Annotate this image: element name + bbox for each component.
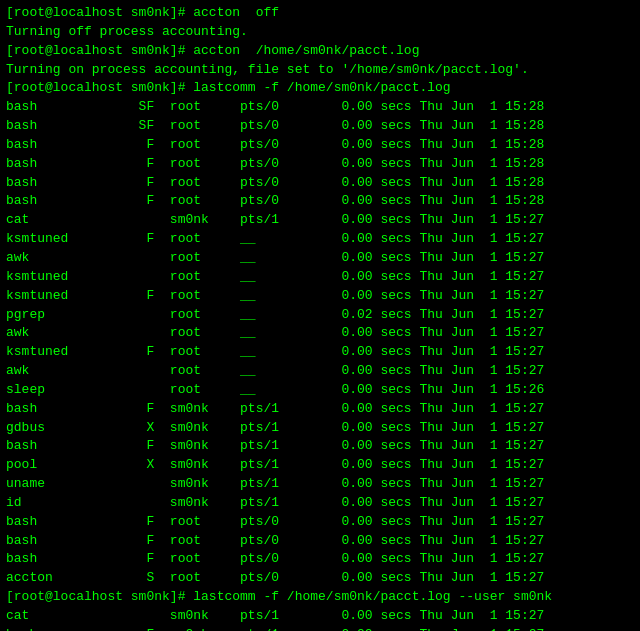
- terminal-line: [root@localhost sm0nk]# accton off: [6, 4, 634, 23]
- terminal-line: cat sm0nk pts/1 0.00 secs Thu Jun 1 15:2…: [6, 607, 634, 626]
- terminal-line: Turning on process accounting, file set …: [6, 61, 634, 80]
- terminal-line: [root@localhost sm0nk]# accton /home/sm0…: [6, 42, 634, 61]
- terminal-line: bash SF root pts/0 0.00 secs Thu Jun 1 1…: [6, 98, 634, 117]
- terminal-line: bash F root pts/0 0.00 secs Thu Jun 1 15…: [6, 550, 634, 569]
- terminal-line: pool X sm0nk pts/1 0.00 secs Thu Jun 1 1…: [6, 456, 634, 475]
- terminal-line: bash F sm0nk pts/1 0.00 secs Thu Jun 1 1…: [6, 400, 634, 419]
- terminal-line: id sm0nk pts/1 0.00 secs Thu Jun 1 15:27: [6, 494, 634, 513]
- terminal-line: awk root __ 0.00 secs Thu Jun 1 15:27: [6, 249, 634, 268]
- terminal-line: ksmtuned F root __ 0.00 secs Thu Jun 1 1…: [6, 343, 634, 362]
- terminal-line: pgrep root __ 0.02 secs Thu Jun 1 15:27: [6, 306, 634, 325]
- terminal-line: uname sm0nk pts/1 0.00 secs Thu Jun 1 15…: [6, 475, 634, 494]
- terminal-line: awk root __ 0.00 secs Thu Jun 1 15:27: [6, 362, 634, 381]
- terminal-line: bash SF root pts/0 0.00 secs Thu Jun 1 1…: [6, 117, 634, 136]
- terminal-line: bash F root pts/0 0.00 secs Thu Jun 1 15…: [6, 513, 634, 532]
- terminal-line: ksmtuned F root __ 0.00 secs Thu Jun 1 1…: [6, 230, 634, 249]
- terminal-line: cat sm0nk pts/1 0.00 secs Thu Jun 1 15:2…: [6, 211, 634, 230]
- terminal-line: bash F root pts/0 0.00 secs Thu Jun 1 15…: [6, 532, 634, 551]
- terminal-line: ksmtuned F root __ 0.00 secs Thu Jun 1 1…: [6, 287, 634, 306]
- terminal-line: awk root __ 0.00 secs Thu Jun 1 15:27: [6, 324, 634, 343]
- terminal-line: [root@localhost sm0nk]# lastcomm -f /hom…: [6, 79, 634, 98]
- terminal-line: bash F root pts/0 0.00 secs Thu Jun 1 15…: [6, 136, 634, 155]
- terminal-line: bash F root pts/0 0.00 secs Thu Jun 1 15…: [6, 155, 634, 174]
- terminal-line: sleep root __ 0.00 secs Thu Jun 1 15:26: [6, 381, 634, 400]
- terminal-line: bash F sm0nk pts/1 0.00 secs Thu Jun 1 1…: [6, 626, 634, 631]
- terminal-line: accton S root pts/0 0.00 secs Thu Jun 1 …: [6, 569, 634, 588]
- terminal-line: Turning off process accounting.: [6, 23, 634, 42]
- terminal-output: [root@localhost sm0nk]# accton offTurnin…: [6, 4, 634, 631]
- terminal-line: bash F root pts/0 0.00 secs Thu Jun 1 15…: [6, 174, 634, 193]
- terminal-window: [root@localhost sm0nk]# accton offTurnin…: [0, 0, 640, 631]
- terminal-line: bash F sm0nk pts/1 0.00 secs Thu Jun 1 1…: [6, 437, 634, 456]
- terminal-line: [root@localhost sm0nk]# lastcomm -f /hom…: [6, 588, 634, 607]
- terminal-line: gdbus X sm0nk pts/1 0.00 secs Thu Jun 1 …: [6, 419, 634, 438]
- terminal-line: bash F root pts/0 0.00 secs Thu Jun 1 15…: [6, 192, 634, 211]
- terminal-line: ksmtuned root __ 0.00 secs Thu Jun 1 15:…: [6, 268, 634, 287]
